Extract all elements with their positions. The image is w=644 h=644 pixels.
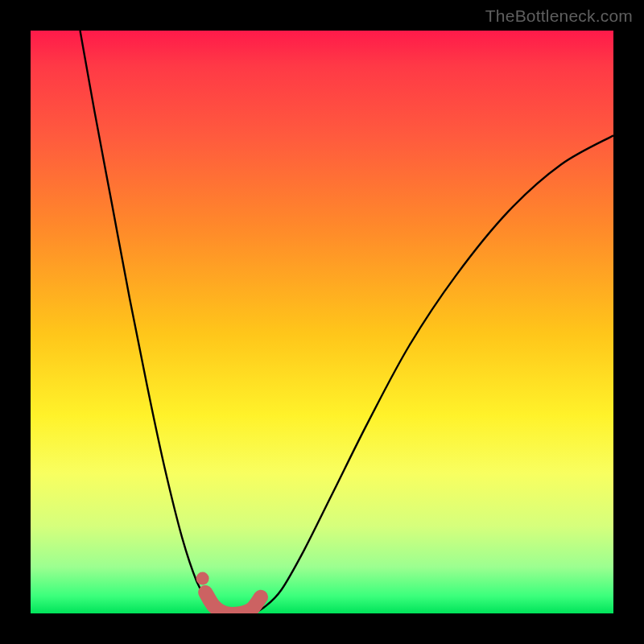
left-curve <box>80 31 223 613</box>
watermark-text: TheBottleneck.com <box>485 6 633 26</box>
chart-frame: TheBottleneck.com <box>0 0 644 644</box>
accent-dot <box>196 572 209 585</box>
chart-svg <box>31 31 613 613</box>
valley-accent <box>205 592 261 613</box>
right-curve <box>252 135 613 613</box>
